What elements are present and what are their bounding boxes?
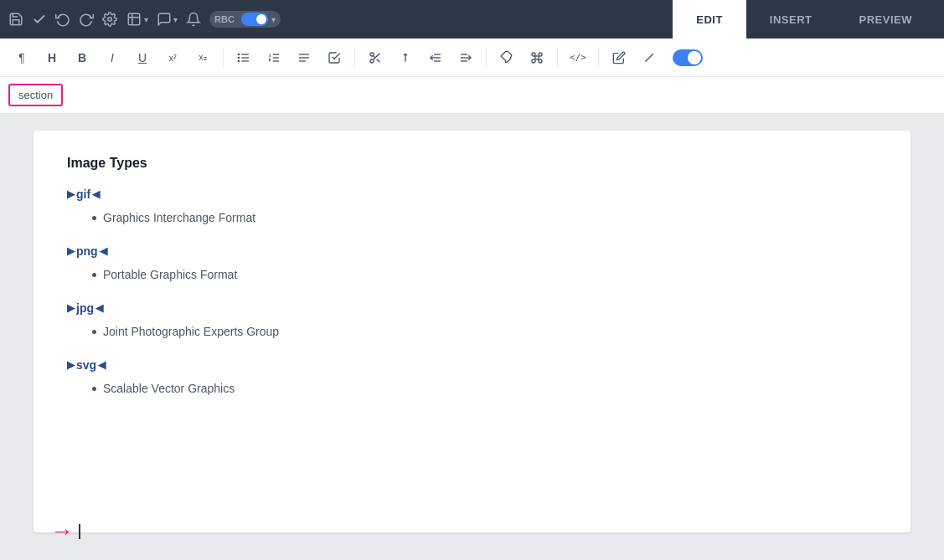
term-item-png: Portable Graphics Format	[92, 268, 877, 281]
term-heading-gif: ▶ gif ◀	[67, 188, 877, 201]
save-icon[interactable]	[8, 12, 23, 27]
redo-icon[interactable]	[79, 12, 94, 27]
svg-line-20	[373, 55, 375, 58]
arrow-png: ▶	[67, 245, 75, 257]
term-label-jpg: jpg	[76, 301, 94, 315]
paragraph-button[interactable]: ¶	[8, 44, 35, 71]
code-button[interactable]: </>	[565, 44, 591, 71]
section-bar: section	[0, 77, 944, 114]
subscript-button[interactable]: x₂	[189, 44, 216, 71]
term-body-gif: Graphics Interchange Format	[67, 211, 877, 224]
live-toggle[interactable]	[673, 49, 703, 66]
arrow-svg: ▶	[67, 359, 75, 371]
layout-chevron-icon[interactable]: ▾	[144, 15, 148, 24]
format-toolbar: ¶ H B I U x² x₂ </>	[0, 39, 944, 77]
svg-point-7	[238, 54, 239, 54]
pencil-button[interactable]	[606, 44, 632, 71]
svg-point-9	[238, 60, 239, 61]
tab-preview[interactable]: PREVIEW	[836, 0, 936, 39]
arrow-end-gif: ◀	[92, 188, 100, 200]
bullet-gif	[92, 216, 96, 220]
checklist-button[interactable]	[321, 44, 348, 71]
arrow-end-svg: ◀	[98, 359, 106, 371]
undo-icon[interactable]	[55, 12, 70, 27]
settings-icon[interactable]	[102, 12, 117, 27]
svg-point-16	[370, 53, 374, 56]
heading-button[interactable]: H	[39, 44, 65, 71]
term-body-png: Portable Graphics Format	[67, 268, 877, 281]
term-description-gif: Graphics Interchange Format	[103, 211, 255, 224]
spellcheck-toggle[interactable]: RBC ▾	[209, 11, 281, 28]
check-icon[interactable]	[32, 12, 47, 27]
bullet-jpg	[92, 330, 96, 334]
divider-1	[223, 48, 224, 68]
divider-4	[557, 48, 558, 68]
eraser-button[interactable]	[493, 44, 520, 71]
bottom-indicator: →	[50, 520, 80, 543]
align-button[interactable]	[291, 44, 317, 71]
term-label-svg: svg	[76, 358, 96, 372]
top-toolbar: ▾ ▾ RBC ▾ EDIT INSERT PREVIEW	[0, 0, 944, 39]
divider-5	[598, 48, 599, 68]
tab-insert[interactable]: INSERT	[746, 0, 836, 39]
bell-icon[interactable]	[186, 12, 201, 27]
arrow-end-png: ◀	[100, 245, 107, 257]
editor-page: Image Types ▶ gif ◀ Graphics Interchange…	[34, 131, 910, 532]
term-item-gif: Graphics Interchange Format	[92, 211, 877, 224]
scissors-button[interactable]	[362, 44, 389, 71]
term-heading-png: ▶ png ◀	[67, 244, 877, 258]
term-description-jpg: Joint Photographic Experts Group	[103, 325, 279, 338]
term-description-svg: Scalable Vector Graphics	[103, 382, 235, 395]
svg-rect-1	[128, 13, 140, 25]
bullet-svg	[92, 387, 96, 391]
spellcheck-label: RBC	[214, 14, 235, 24]
divider-3	[486, 48, 487, 68]
term-description-png: Portable Graphics Format	[103, 268, 237, 281]
svg-point-8	[238, 57, 239, 58]
line-button[interactable]	[636, 44, 663, 71]
section-breadcrumb[interactable]: section	[8, 84, 63, 106]
svg-line-19	[377, 59, 380, 62]
term-label-gif: gif	[76, 188, 90, 201]
term-heading-svg: ▶ svg ◀	[67, 358, 877, 372]
svg-line-28	[645, 54, 653, 61]
italic-button[interactable]: I	[99, 44, 126, 71]
ordered-list-button[interactable]	[261, 44, 287, 71]
superscript-button[interactable]: x²	[159, 44, 186, 71]
toggle-switch[interactable]	[241, 13, 268, 26]
svg-point-17	[370, 59, 374, 63]
tab-edit[interactable]: EDIT	[673, 0, 746, 39]
unordered-list-button[interactable]	[230, 44, 257, 71]
arrow-jpg: ▶	[67, 302, 75, 314]
cursor-line	[79, 524, 80, 539]
tab-bar: EDIT INSERT PREVIEW	[673, 0, 936, 39]
layout-icon[interactable]	[126, 12, 142, 27]
term-body-svg: Scalable Vector Graphics	[67, 382, 877, 395]
term-item-jpg: Joint Photographic Experts Group	[92, 325, 877, 338]
indent-increase-button[interactable]	[452, 44, 479, 71]
term-heading-jpg: ▶ jpg ◀	[67, 301, 877, 315]
underline-button[interactable]: U	[129, 44, 156, 71]
term-body-jpg: Joint Photographic Experts Group	[67, 325, 877, 338]
comment-chevron-icon[interactable]: ▾	[173, 15, 178, 24]
content-title: Image Types	[67, 156, 877, 171]
arrow-gif: ▶	[67, 188, 75, 200]
indent-decrease-button[interactable]	[422, 44, 449, 71]
term-item-svg: Scalable Vector Graphics	[92, 382, 877, 395]
cut-button[interactable]	[392, 44, 419, 71]
comment-icon[interactable]	[157, 12, 172, 27]
main-area: Image Types ▶ gif ◀ Graphics Interchange…	[0, 114, 944, 560]
svg-point-0	[108, 18, 112, 22]
bold-button[interactable]: B	[69, 44, 95, 71]
divider-2	[354, 48, 355, 68]
term-label-png: png	[76, 244, 98, 258]
pink-arrow-icon: →	[50, 520, 74, 543]
bullet-png	[92, 273, 96, 277]
paint-format-button[interactable]	[524, 44, 550, 71]
arrow-end-jpg: ◀	[95, 302, 103, 314]
